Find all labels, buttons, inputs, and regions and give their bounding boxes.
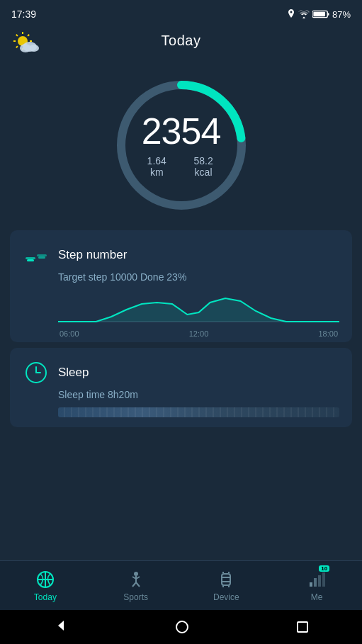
bottom-nav: Today Sports: [0, 560, 362, 610]
sleep-bar-pattern: [58, 407, 339, 417]
cards-section: Step number Target step 10000 Done 23% 0…: [0, 230, 362, 433]
svg-rect-43: [314, 578, 317, 587]
step-icon: [23, 242, 50, 269]
svg-rect-35: [222, 574, 230, 585]
svg-line-33: [132, 582, 136, 587]
location-icon: [287, 9, 295, 19]
me-icon-container: 10: [307, 570, 327, 589]
back-button[interactable]: [54, 618, 68, 635]
step-chart: 06:00 12:00 18:00: [58, 290, 339, 332]
svg-rect-42: [310, 582, 312, 587]
step-card-header: Step number: [23, 242, 339, 269]
svg-marker-46: [58, 621, 64, 631]
system-nav: [0, 610, 362, 644]
status-icons: 87%: [287, 9, 351, 20]
chart-label-0600: 06:00: [60, 329, 79, 338]
svg-rect-18: [27, 259, 34, 261]
step-card: Step number Target step 10000 Done 23% 0…: [10, 230, 352, 342]
nav-device[interactable]: Device: [181, 564, 272, 608]
svg-point-29: [134, 572, 138, 576]
step-chart-svg: [58, 290, 339, 325]
steps-details: 1.64 km 58.2 kcal: [142, 155, 221, 178]
svg-line-8: [16, 35, 18, 36]
svg-rect-44: [318, 575, 321, 587]
svg-rect-17: [26, 257, 35, 259]
chart-label-1800: 18:00: [318, 329, 338, 338]
step-count: 2354: [142, 113, 221, 149]
steps-display: 2354 1.64 km 58.2 kcal: [142, 113, 221, 178]
step-ring-container: 2354 1.64 km 58.2 kcal: [0, 53, 362, 230]
recents-button[interactable]: [297, 621, 308, 633]
sports-icon: [126, 570, 146, 589]
status-bar: 17:39 87%: [0, 0, 362, 26]
nav-today-label: Today: [34, 592, 57, 602]
time-display: 17:39: [11, 9, 36, 20]
nav-sports-label: Sports: [123, 592, 148, 602]
distance-value: 1.64 km: [142, 155, 172, 178]
status-time: 17:39: [11, 9, 36, 20]
battery-icon: [312, 10, 329, 18]
wifi-icon: [298, 10, 310, 18]
sleep-icon: [23, 359, 50, 386]
nav-sports[interactable]: Sports: [91, 564, 181, 608]
chart-label-1200: 12:00: [189, 329, 209, 338]
device-icon: [216, 570, 236, 589]
svg-rect-1: [328, 13, 329, 16]
chart-labels: 06:00 12:00 18:00: [58, 329, 339, 338]
sleep-card-header: Sleep: [23, 359, 339, 386]
nav-device-label: Device: [213, 592, 239, 602]
svg-rect-45: [322, 572, 325, 587]
svg-marker-22: [58, 298, 339, 322]
svg-line-34: [136, 582, 140, 587]
nav-me[interactable]: 10 Me: [271, 564, 362, 608]
step-ring: 2354 1.64 km 58.2 kcal: [111, 74, 252, 216]
battery-percent: 87%: [332, 9, 351, 20]
sleep-card-subtitle: Sleep time 8h20m: [58, 389, 339, 400]
nav-today[interactable]: Today: [0, 564, 91, 608]
page-title: Today: [0, 26, 362, 53]
me-badge: 10: [319, 565, 329, 572]
today-icon: [35, 570, 55, 589]
sleep-card: Sleep Sleep time 8h20m: [10, 348, 352, 427]
me-icon: [307, 570, 327, 589]
svg-rect-2: [313, 12, 325, 16]
svg-rect-20: [38, 256, 45, 259]
svg-point-14: [29, 45, 39, 52]
sleep-card-title: Sleep: [58, 366, 89, 380]
calories-value: 58.2 kcal: [186, 155, 221, 178]
svg-line-11: [16, 46, 18, 47]
svg-line-10: [28, 35, 29, 36]
svg-rect-19: [37, 254, 47, 256]
nav-me-label: Me: [311, 592, 323, 602]
sleep-bar: [58, 407, 339, 417]
step-card-title: Step number: [58, 248, 127, 262]
step-card-subtitle: Target step 10000 Done 23%: [58, 271, 339, 283]
sleep-bar-area: [58, 407, 339, 417]
home-button[interactable]: [176, 621, 188, 633]
